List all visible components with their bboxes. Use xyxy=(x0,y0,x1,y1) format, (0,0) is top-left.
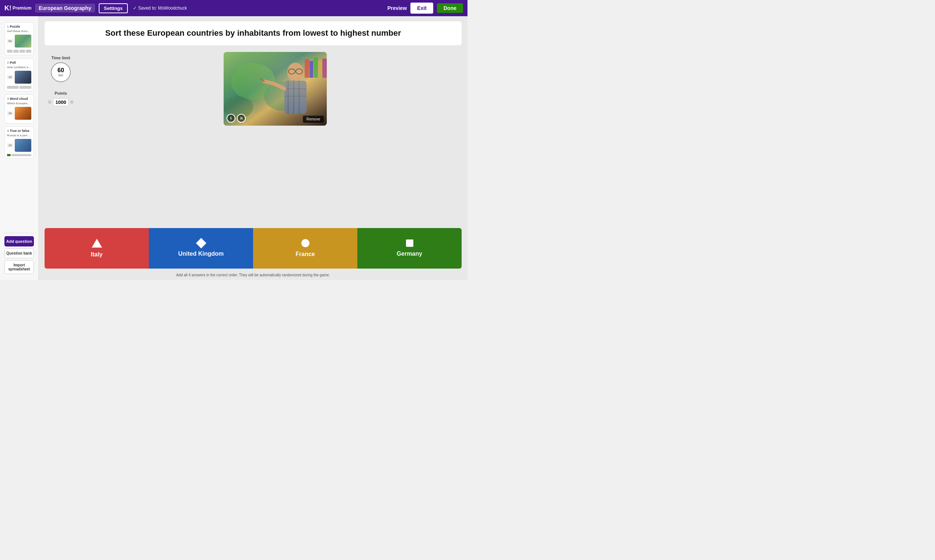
main-layout: 1 Puzzle Sort these European countries b… xyxy=(0,16,468,280)
done-button[interactable]: Done xyxy=(437,3,463,13)
sidebar-badge-3: 30 xyxy=(7,111,13,115)
left-controls: Time limit 60 sec Points 1000 xyxy=(39,48,83,225)
sidebar-answers-4 xyxy=(7,154,31,156)
media-image: ℹ ⊞ Remove xyxy=(224,52,327,126)
answer-tile-germany[interactable]: Germany xyxy=(357,228,461,269)
time-limit-label: Time limit xyxy=(51,55,70,60)
sidebar-item-number-4: 4 True or false xyxy=(7,129,31,132)
points-slider-wrap: 1000 xyxy=(48,98,74,106)
sidebar-badge-4: 20 xyxy=(7,143,13,148)
sidebar-scroll: 1 Puzzle Sort these European countries b… xyxy=(2,19,36,230)
time-value: 60 xyxy=(57,68,64,73)
sidebar-badge-2: 30 xyxy=(7,75,13,79)
time-unit: sec xyxy=(58,73,63,77)
media-icons: ℹ ⊞ xyxy=(226,114,246,123)
sidebar-item-text-3: Which European city would you m... xyxy=(7,102,31,105)
points-value: 1000 xyxy=(53,98,69,106)
sidebar-bottom: Add question Question bank Import spread… xyxy=(2,233,36,277)
sidebar-item-number-3: 3 Word cloud xyxy=(7,97,31,101)
sidebar-item-truefalse[interactable]: 4 True or false Russia is a part of Euro… xyxy=(5,126,34,159)
middle-area: Time limit 60 sec Points 1000 xyxy=(39,48,468,225)
question-bank-button[interactable]: Question bank xyxy=(5,248,34,258)
sidebar: 1 Puzzle Sort these European countries b… xyxy=(0,16,39,280)
square-shape xyxy=(406,240,413,247)
points-section: Points 1000 xyxy=(48,91,74,106)
question-title: Sort these European countries by inhabit… xyxy=(54,28,453,39)
settings-button[interactable]: Settings xyxy=(99,3,128,13)
info-icon-button[interactable]: ℹ xyxy=(226,114,235,123)
time-circle[interactable]: 60 sec xyxy=(51,62,71,82)
slider-right-dot xyxy=(70,100,74,104)
saved-text: Saved to: MsWoodchuck xyxy=(138,6,187,11)
bottom-hint: Add all 4 answers in the correct order. … xyxy=(39,272,468,280)
triangle-shape xyxy=(92,239,102,248)
answer-tile-uk[interactable]: United Kingdom xyxy=(149,228,253,269)
sidebar-img-1 xyxy=(15,35,31,48)
sidebar-img-4 xyxy=(15,139,31,152)
sidebar-answers-1 xyxy=(7,50,31,53)
content-area: Sort these European countries by inhabit… xyxy=(39,16,468,280)
time-limit-section: Time limit 60 sec xyxy=(51,55,71,82)
diamond-shape xyxy=(195,238,206,248)
sidebar-img-2 xyxy=(15,71,31,84)
sidebar-item-puzzle[interactable]: 1 Puzzle Sort these European countries b… xyxy=(5,22,34,55)
image-icon-button[interactable]: ⊞ xyxy=(237,114,246,123)
header: K! Premium European Geography Settings ✓… xyxy=(0,0,468,16)
check-icon: ✓ xyxy=(133,6,137,11)
sidebar-item-poll[interactable]: 2 Poll How confident are you in your kno… xyxy=(5,58,34,91)
saved-status: ✓ Saved to: MsWoodchuck xyxy=(133,6,187,11)
image-area: ℹ ⊞ Remove xyxy=(83,48,468,225)
sidebar-item-text-4: Russia is a part of Europe xyxy=(7,134,31,137)
answers-grid: Italy United Kingdom France Germany xyxy=(45,228,461,269)
remove-button[interactable]: Remove xyxy=(303,116,324,123)
sidebar-item-wordcloud[interactable]: 3 Word cloud Which European city would y… xyxy=(5,94,34,123)
sidebar-item-number-2: 2 Poll xyxy=(7,61,31,65)
sidebar-item-text-2: How confident are you in your kno... xyxy=(7,66,31,69)
slider-left-dot xyxy=(48,100,52,104)
sidebar-badge-1: 60 xyxy=(7,39,13,43)
add-question-button[interactable]: Add question xyxy=(5,236,34,246)
answer-tile-italy[interactable]: Italy xyxy=(45,228,149,269)
answer-label-france: France xyxy=(295,251,315,257)
logo-premium: Premium xyxy=(12,6,31,11)
points-label: Points xyxy=(55,91,67,95)
question-card: Sort these European countries by inhabit… xyxy=(45,22,461,45)
sidebar-item-text-1: Sort these European countries by i... xyxy=(7,29,31,33)
answer-label-italy: Italy xyxy=(91,251,102,258)
answer-tile-france[interactable]: France xyxy=(253,228,357,269)
exit-button[interactable]: Exit xyxy=(411,3,433,14)
logo-k: K! xyxy=(5,5,11,12)
logo: K! Premium xyxy=(5,5,31,12)
quiz-title: European Geography xyxy=(35,4,95,12)
sidebar-item-number-1: 1 Puzzle xyxy=(7,25,31,28)
sidebar-img-3 xyxy=(15,107,31,120)
preview-button[interactable]: Preview xyxy=(387,5,407,11)
answer-label-uk: United Kingdom xyxy=(178,251,224,257)
sidebar-answers-2 xyxy=(7,86,31,89)
import-spreadsheet-button[interactable]: Import spreadsheet xyxy=(5,260,34,274)
circle-shape xyxy=(301,239,309,247)
answer-label-germany: Germany xyxy=(397,251,422,257)
